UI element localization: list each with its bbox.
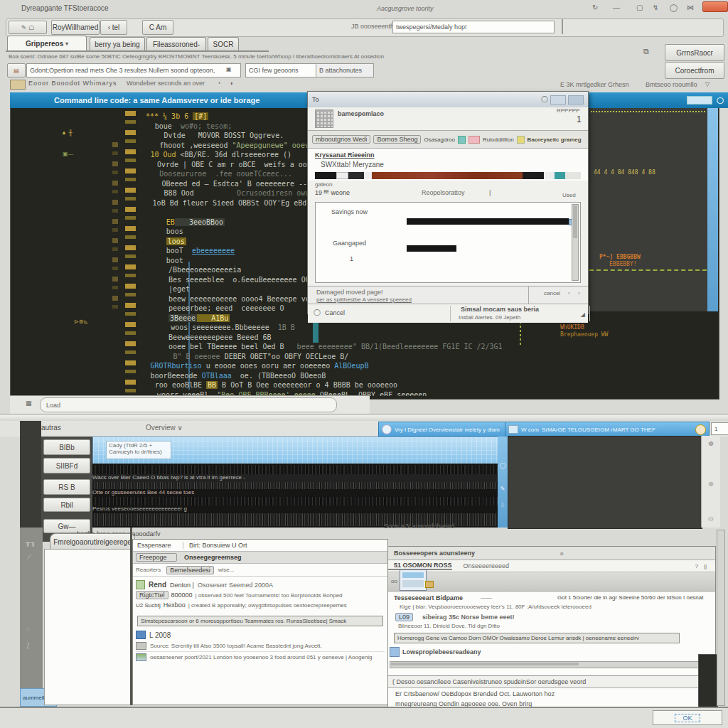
bookmark-button[interactable]: ▤ [7, 63, 26, 77]
refresh-icon[interactable]: ↻ [592, 4, 598, 11]
dialog-close-button[interactable] [568, 95, 584, 105]
history-icon[interactable]: ◔ [217, 80, 220, 87]
code-line: roo eooBlBE BB B OoT B Oee oeeeeeeor o 4… [146, 380, 587, 390]
small-box-icon[interactable]: ▫ [568, 290, 570, 296]
pin-icon[interactable]: ⋈ [687, 4, 694, 11]
tree-panel[interactable] [44, 549, 133, 705]
detail-help-icon[interactable]: ? [695, 563, 703, 569]
list-item[interactable]: oesasneener poort/2021 London too yooeen… [136, 652, 385, 663]
banner-box-line1: Cady (TtdR 2/5 + [109, 442, 168, 449]
selected-list-item[interactable]: Simstepescarsoon or 6 moreuspportiseu Te… [137, 616, 383, 626]
circle-icon[interactable]: ◯ [670, 4, 678, 11]
name-button[interactable]: RoyWillhamed [51, 20, 100, 35]
window-thumbnail[interactable] [400, 569, 427, 591]
page-vscrollbar[interactable] [717, 530, 725, 706]
ok-button[interactable]: OK [653, 710, 722, 725]
tel-dropdown[interactable]: ‹ tel [100, 20, 127, 35]
dialog-scrollbar[interactable] [572, 204, 579, 281]
tab-berry[interactable]: berry ya being [90, 37, 145, 51]
overview-label[interactable]: Overview ∨ [146, 424, 183, 432]
col-header-2[interactable]: Birt: Bonsuiew U Ort [183, 542, 247, 549]
freepoge-chip[interactable]: Freepoge [136, 553, 177, 562]
strip-circle-icon[interactable]: ◯ [498, 462, 508, 469]
mid-button-3[interactable]: RS B [43, 479, 90, 495]
something-chip[interactable]: Bemelseedesi [166, 566, 214, 574]
dialog-tab-rulod[interactable]: Ruloddilifion [483, 136, 514, 143]
tab-socr[interactable]: SOCR [208, 37, 239, 51]
tab-freeoge[interactable]: Fmreigoaorutireigeerege [50, 533, 135, 550]
grid-icon[interactable]: ▦ [26, 400, 32, 407]
mid-button-4[interactable]: Rbil [43, 498, 90, 512]
operation-input[interactable]: Gdont;Opertion read mets Che 3 resultes … [26, 63, 241, 77]
rail-icon-1[interactable]: ◍ [702, 440, 720, 446]
mini-window-1-titlebar[interactable]: Vry I Digneel Overviewstair melety y dla… [378, 422, 508, 437]
list-item[interactable]: U2 Suchtj Hexboo | created B apporeality… [136, 600, 385, 610]
filter-chevron-icon[interactable]: ▽ [705, 81, 710, 87]
minimize-icon[interactable]: — [613, 4, 620, 11]
detail-tab-2[interactable]: Onseeeereeeed [452, 562, 510, 569]
detail-bars-icon[interactable]: || [704, 563, 715, 569]
dialog-tab-messages[interactable]: mbooutgrios Wedi [312, 135, 370, 144]
cgi-input[interactable]: CGI few geoooris [245, 63, 318, 77]
dialog-tab-bao[interactable]: Baoreyaeiic grameg [528, 136, 582, 143]
small-box-icon2[interactable]: ▫ [578, 290, 580, 296]
restore-window-icon[interactable]: ⧉ [643, 47, 649, 56]
console-scrollbar[interactable] [707, 108, 718, 311]
strip-pencil-icon[interactable]: ✎ [498, 486, 508, 492]
tab-grippereos[interactable]: Grippereos ▾ [7, 36, 87, 51]
weone-label: 19 ᴮᴱ weone [315, 189, 350, 196]
list-item[interactable]: L 2008 [136, 629, 385, 641]
console-dashed-line [589, 269, 707, 271]
editor-min-chip[interactable] [687, 96, 712, 105]
list-item[interactable]: Rend Denton | Ososeserr Seemed 2000A [136, 579, 385, 590]
mini-window-2-badge-icon[interactable] [695, 424, 706, 435]
dialog-min-button[interactable] [550, 95, 566, 105]
ok-button-label: OK [675, 714, 700, 722]
dialog-titlebar[interactable]: To ◯ [308, 92, 588, 107]
mid-button-1[interactable]: BIBb [43, 439, 90, 455]
connect-button[interactable]: Coroectfrom [665, 62, 724, 79]
row-text: | created B apporeality; owygdtirsopulse… [186, 602, 347, 609]
strip-lock-icon[interactable]: ⎍ [498, 502, 508, 509]
sidebar-glyph-4: ⟅ [27, 642, 43, 649]
list-item[interactable]: Source: Serenity till Also 3500 topsall!… [136, 641, 385, 652]
bottom-sidebar: ╥╖ ⟋ ◌ ⟅ [20, 528, 43, 705]
rail-icon-3[interactable]: ▭ [702, 515, 720, 522]
list-item[interactable]: RigtcTtel 800000 | observed 500 feet Tou… [136, 590, 385, 600]
dialog-cancel-button[interactable]: Cancel [325, 309, 345, 316]
close-button[interactable] [702, 1, 728, 12]
mini-window-1-title: Vry I Digneel Overviewstair melety y dla… [395, 427, 500, 433]
window-subtitle: Aacgusgrove toority [377, 5, 434, 12]
flash-icon[interactable]: ↯ [653, 4, 658, 11]
generator-button[interactable]: GrrnsRaocr [665, 44, 724, 61]
col-header-1[interactable]: Esspensare [133, 542, 183, 549]
field-clear-icon[interactable]: ▣ [226, 66, 232, 73]
undo-redo-group[interactable]: ✎ ☖ [9, 21, 47, 34]
attachments-input[interactable]: B attachonutes [316, 63, 374, 77]
resize-grip-icon[interactable]: ◢ [581, 311, 585, 318]
clock-icon[interactable]: ◑ [229, 80, 232, 87]
am-dropdown[interactable]: C Am [142, 20, 173, 35]
mid-button-2[interactable]: SIIBFd [43, 458, 90, 473]
change-section-header[interactable]: ( Desoo oesancileeo Caseniveistruneo spu… [388, 678, 586, 685]
descriptions-header: Onseegegreemseg [177, 554, 242, 561]
dialog-title: To [312, 96, 319, 103]
maximize-icon[interactable]: ▢ [636, 4, 643, 11]
rail-icon-2[interactable]: ◎ [702, 481, 720, 487]
timeline-rows[interactable]: Wacs over Bier Caeed O bbas Iwp? is at v… [92, 464, 498, 528]
dialog-tab-bornos[interactable]: Bornos Sheog [373, 135, 421, 144]
mini-window-2-titlebar[interactable]: W com SrMArGE TELGUSGEIGM rMART GO THEF [505, 422, 710, 437]
detail-selected-row[interactable]: Homerogg Gene va Camoo Dorn OMOr Owaiesa… [394, 633, 680, 643]
dialog-help-icon[interactable]: ◯ [541, 95, 548, 105]
detail-hscrollbar[interactable] [390, 661, 704, 668]
autos-label[interactable]: autras [41, 424, 61, 432]
detail-blue-row[interactable]: Lowsproplebeesreadeany [402, 648, 481, 655]
sort-label[interactable]: Bmtseoo rooumllo [646, 81, 697, 88]
tab-fileassoroned[interactable]: Fileassoroned- [146, 37, 206, 51]
quick-search-field[interactable]: Load [40, 397, 337, 412]
dialog-cancel-link[interactable]: cancel [544, 290, 560, 296]
mini-window-flag[interactable]: 1 [711, 422, 728, 435]
path-input[interactable]: twespegersi/Medaly hop! [392, 21, 555, 33]
editor-close-icon[interactable]: ◯ [717, 97, 724, 104]
dialog-tab-osasag[interactable]: Osasagdroo [424, 136, 455, 143]
